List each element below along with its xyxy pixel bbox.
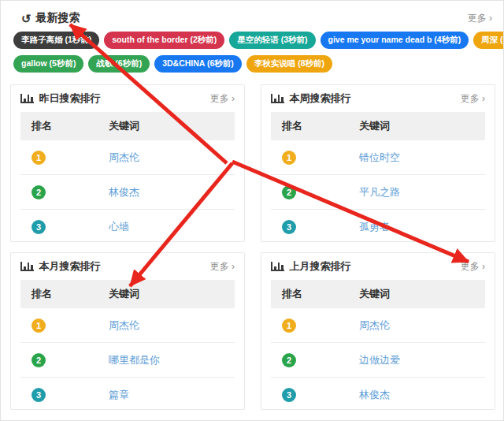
keyword-link[interactable]: 平凡之路 [359, 186, 400, 198]
rank-badge: 1 [32, 319, 46, 333]
ranking-table: 排名 关键词 1 周杰伦 2 边做边爱 3 林俊杰 [271, 280, 485, 410]
table-row: 1 周杰伦 [271, 308, 485, 342]
page: ↺ 最新搜索 更多 › 李路子离婚 (1秒前) south of the bor… [0, 0, 504, 421]
more-link[interactable]: 更多 › [461, 260, 485, 274]
table-header: 排名 关键词 [271, 280, 485, 308]
panel-month-ranking: 本月搜索排行 更多 › 排名 关键词 1 周杰伦 2 哪里都是你 3 [10, 252, 245, 410]
keyword-link[interactable]: 错位时空 [359, 151, 400, 163]
keyword-link[interactable]: 林俊杰 [109, 186, 139, 198]
search-tag[interactable]: gallow (5秒前) [13, 55, 83, 73]
ranking-table: 排名 关键词 1 周杰伦 2 哪里都是你 3 篇章 [20, 280, 235, 410]
table-header: 排名 关键词 [271, 112, 485, 140]
table-header: 排名 关键词 [20, 280, 235, 308]
rank-badge: 2 [282, 185, 296, 199]
keyword-link[interactable]: 边做边爱 [359, 354, 400, 366]
ranking-table: 排名 关键词 1 周杰伦 2 林俊杰 3 心墙 [20, 112, 235, 242]
column-header-keyword: 关键词 [359, 287, 485, 301]
search-tag[interactable]: give me your name dead b (4秒前) [321, 32, 469, 49]
panel-week-ranking: 本周搜索排行 更多 › 排名 关键词 1 错位时空 2 平凡之路 3 [261, 84, 495, 242]
tag-row: gallow (5秒前) 战歌 (6秒前) 3D&CHINA (6秒前) 李秋实… [13, 55, 492, 73]
panel-title: 本周搜索排行 [290, 91, 351, 106]
panel-lastmonth-ranking: 上月搜索排行 更多 › 排名 关键词 1 周杰伦 2 边做边爱 3 林 [261, 252, 495, 410]
table-row: 2 哪里都是你 [20, 342, 235, 377]
column-header-keyword: 关键词 [359, 119, 485, 133]
keyword-link[interactable]: 周杰伦 [109, 151, 139, 163]
column-header-keyword: 关键词 [109, 287, 235, 301]
search-tag[interactable]: 星空的轻语 (3秒前) [229, 32, 315, 49]
table-row: 3 林俊杰 [271, 377, 485, 410]
column-header-keyword: 关键词 [109, 119, 235, 133]
ranking-panels-grid: 昨日搜索排行 更多 › 排名 关键词 1 周杰伦 2 林俊杰 3 心墙 [1, 73, 503, 410]
rank-badge: 1 [282, 319, 296, 333]
rank-badge: 3 [282, 220, 296, 234]
panel-header: 本周搜索排行 更多 › [261, 85, 495, 112]
latest-search-title: 最新搜索 [36, 11, 80, 25]
rank-badge: 2 [32, 185, 46, 199]
table-row: 3 心墙 [20, 209, 235, 242]
keyword-link[interactable]: 周杰伦 [109, 319, 139, 331]
ranking-table: 排名 关键词 1 错位时空 2 平凡之路 3 孤勇者 [271, 112, 485, 242]
more-link[interactable]: 更多 › [210, 92, 235, 106]
search-tag[interactable]: 3D&CHINA (6秒前) [154, 55, 242, 73]
table-row: 1 周杰伦 [20, 308, 235, 342]
table-row: 2 林俊杰 [20, 174, 235, 209]
column-header-rank: 排名 [271, 287, 359, 301]
history-icon: ↺ [21, 13, 32, 24]
panel-header: 昨日搜索排行 更多 › [11, 85, 244, 112]
table-header: 排名 关键词 [20, 112, 235, 140]
table-row: 1 周杰伦 [20, 140, 235, 174]
rank-badge: 3 [32, 220, 46, 234]
bar-chart-icon [20, 94, 34, 103]
more-link[interactable]: 更多 › [210, 260, 235, 274]
panel-title: 上月搜索排行 [290, 259, 351, 274]
keyword-link[interactable]: 林俊杰 [359, 389, 390, 401]
tag-row: 李路子离婚 (1秒前) south of the border (2秒前) 星空… [13, 32, 492, 49]
table-row: 1 错位时空 [271, 140, 485, 174]
panel-yesterday-ranking: 昨日搜索排行 更多 › 排名 关键词 1 周杰伦 2 林俊杰 3 心墙 [10, 84, 245, 242]
column-header-rank: 排名 [271, 119, 359, 133]
more-link[interactable]: 更多 › [461, 92, 485, 106]
table-row: 2 边做边爱 [271, 342, 485, 377]
search-tag[interactable]: 李秋实说唱 (8秒前) [246, 55, 332, 73]
rank-badge: 2 [282, 353, 296, 367]
rank-badge: 1 [282, 151, 296, 165]
rank-badge: 2 [32, 353, 46, 367]
rank-badge: 3 [32, 388, 46, 402]
latest-more-link[interactable]: 更多 › [468, 12, 492, 25]
keyword-link[interactable]: 孤勇者 [359, 221, 390, 233]
panel-title: 本月搜索排行 [39, 259, 101, 274]
keyword-link[interactable]: 周杰伦 [359, 319, 390, 331]
column-header-rank: 排名 [20, 287, 109, 301]
keyword-link[interactable]: 心墙 [109, 221, 129, 233]
panel-title: 昨日搜索排行 [39, 91, 101, 106]
latest-search-section: ↺ 最新搜索 更多 › 李路子离婚 (1秒前) south of the bor… [1, 1, 503, 73]
panel-header: 本月搜索排行 更多 › [11, 253, 244, 280]
bar-chart-icon [20, 262, 34, 271]
panel-header: 上月搜索排行 更多 › [261, 253, 495, 280]
search-tag[interactable]: 周深 (5秒前) [473, 32, 504, 49]
search-tag[interactable]: south of the border (2秒前) [104, 32, 224, 49]
latest-search-header: ↺ 最新搜索 更多 › [13, 11, 492, 25]
rank-badge: 3 [282, 388, 296, 402]
bar-chart-icon [271, 262, 284, 271]
table-row: 3 孤勇者 [271, 209, 485, 242]
search-tag[interactable]: 李路子离婚 (1秒前) [13, 32, 99, 49]
keyword-link[interactable]: 哪里都是你 [109, 354, 160, 366]
table-row: 3 篇章 [20, 377, 235, 410]
keyword-link[interactable]: 篇章 [109, 389, 129, 401]
table-row: 2 平凡之路 [271, 174, 485, 209]
bar-chart-icon [271, 94, 284, 103]
column-header-rank: 排名 [20, 119, 109, 133]
search-tag[interactable]: 战歌 (6秒前) [88, 55, 150, 73]
rank-badge: 1 [32, 151, 46, 165]
